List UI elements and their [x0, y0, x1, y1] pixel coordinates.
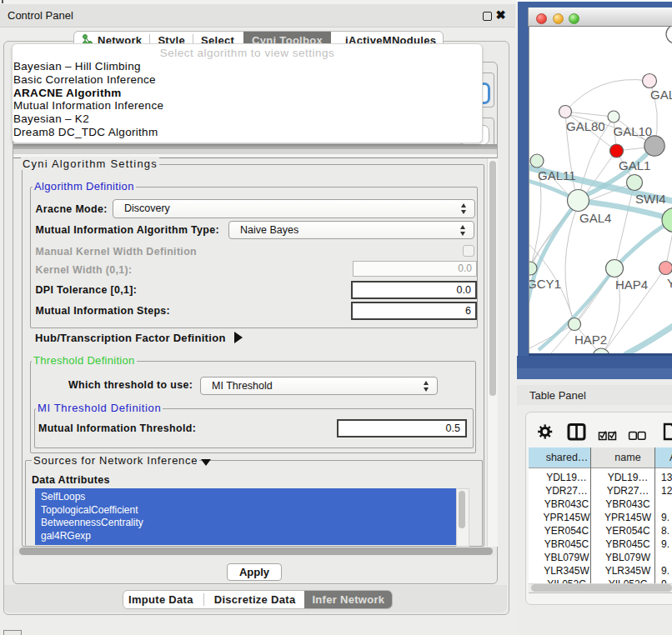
svg-text:GAL80: GAL80 — [566, 119, 605, 133]
svg-text:HAP2: HAP2 — [574, 332, 607, 347]
svg-text:GCY1: GCY1 — [529, 277, 561, 291]
svg-text:GAL4: GAL4 — [579, 211, 611, 225]
svg-text:GAL7: GAL7 — [650, 88, 672, 102]
svg-text:GAL10: GAL10 — [614, 124, 653, 138]
svg-text:SWI4: SWI4 — [635, 192, 666, 206]
svg-text:GAL1: GAL1 — [619, 158, 650, 172]
svg-text:YJ: YJ — [667, 276, 672, 290]
svg-text:HAP4: HAP4 — [615, 278, 648, 292]
svg-text:GAL11: GAL11 — [538, 168, 576, 182]
